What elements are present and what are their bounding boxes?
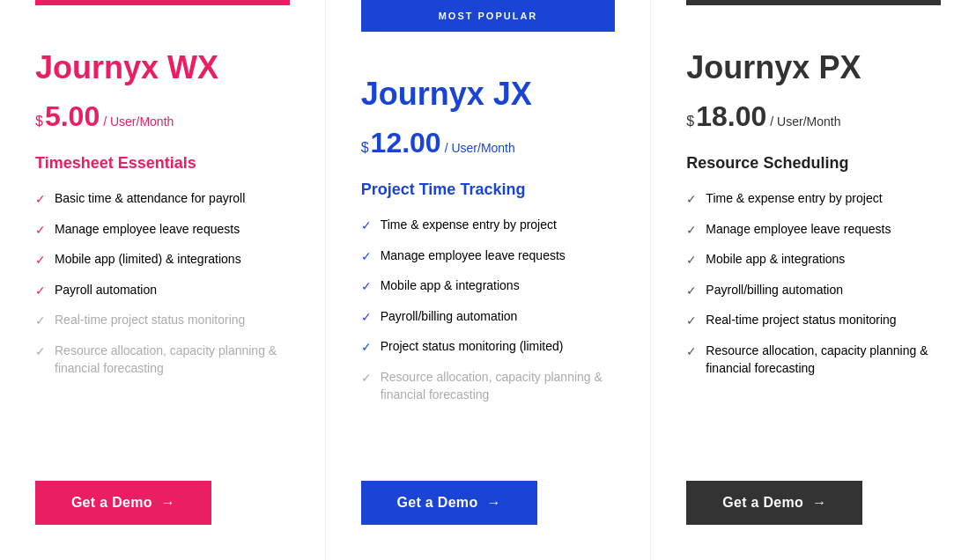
- check-icon: ✓: [35, 252, 46, 269]
- feature-text: Mobile app (limited) & integrations: [55, 251, 241, 269]
- feature-item: ✓ Real-time project status monitoring: [686, 312, 941, 330]
- demo-button[interactable]: Get a Demo →: [686, 481, 862, 525]
- price-dollar: $: [361, 140, 369, 156]
- feature-item: ✓ Time & expense entry by project: [361, 217, 616, 235]
- demo-button-label: Get a Demo: [71, 495, 152, 511]
- feature-item: ✓ Project status monitoring (limited): [361, 338, 616, 357]
- plan-name: Journyx PX: [686, 49, 941, 86]
- check-icon: ✓: [686, 283, 697, 300]
- price-amount: 12.00: [371, 127, 441, 159]
- demo-button-arrow: →: [161, 495, 175, 511]
- feature-item: ✓ Basic time & attendance for payroll: [35, 190, 290, 209]
- feature-text: Project status monitoring (limited): [381, 338, 564, 356]
- price-row: $ 5.00 / User/Month: [35, 100, 290, 133]
- feature-item: ✓ Mobile app & integrations: [686, 251, 941, 269]
- price-dollar: $: [35, 114, 43, 129]
- price-amount: 18.00: [696, 100, 766, 133]
- demo-button-arrow: →: [812, 495, 826, 511]
- check-icon: ✓: [35, 343, 46, 361]
- check-icon: ✓: [361, 370, 372, 387]
- price-row: $ 12.00 / User/Month: [361, 127, 616, 159]
- plan-category: Project Time Tracking: [361, 181, 616, 199]
- feature-item: ✓ Real-time project status monitoring: [35, 312, 290, 330]
- check-icon: ✓: [686, 343, 697, 361]
- feature-item: ✓ Payroll/billing automation: [361, 308, 616, 327]
- feature-text: Manage employee leave requests: [381, 247, 566, 265]
- feature-text: Manage employee leave requests: [706, 221, 891, 239]
- check-icon: ✓: [361, 309, 372, 327]
- feature-text: Real-time project status monitoring: [706, 312, 896, 329]
- feature-item: ✓ Payroll/billing automation: [686, 282, 941, 300]
- plan-name: Journyx JX: [361, 76, 616, 113]
- top-bar: [35, 0, 290, 5]
- check-icon: ✓: [35, 313, 46, 330]
- price-amount: 5.00: [45, 100, 100, 133]
- feature-text: Time & expense entry by project: [706, 190, 882, 208]
- price-period: / User/Month: [445, 141, 515, 155]
- feature-item: ✓ Manage employee leave requests: [361, 247, 616, 266]
- feature-item: ✓ Time & expense entry by project: [686, 190, 941, 209]
- feature-text: Payroll automation: [55, 282, 157, 299]
- demo-button-arrow: →: [486, 495, 500, 511]
- feature-text: Basic time & attendance for payroll: [55, 190, 245, 208]
- feature-item: ✓ Resource allocation, capacity planning…: [361, 369, 616, 403]
- pricing-container: Journyx WX $ 5.00 / User/Month Timesheet…: [0, 0, 976, 560]
- check-icon: ✓: [35, 222, 46, 239]
- check-icon: ✓: [361, 339, 372, 357]
- feature-item: ✓ Resource allocation, capacity planning…: [686, 343, 941, 377]
- check-icon: ✓: [361, 248, 372, 266]
- feature-text: Mobile app & integrations: [381, 277, 520, 295]
- features-list: ✓ Time & expense entry by project ✓ Mana…: [361, 217, 616, 446]
- demo-button-label: Get a Demo: [722, 495, 803, 511]
- feature-text: Payroll/billing automation: [381, 308, 518, 326]
- feature-item: ✓ Manage employee leave requests: [686, 221, 941, 239]
- feature-item: ✓ Mobile app (limited) & integrations: [35, 251, 290, 269]
- popular-banner: MOST POPULAR: [361, 0, 616, 32]
- feature-text: Time & expense entry by project: [381, 217, 557, 234]
- price-dollar: $: [686, 114, 694, 129]
- price-period: / User/Month: [103, 114, 174, 129]
- feature-item: ✓ Resource allocation, capacity planning…: [35, 343, 290, 377]
- feature-text: Real-time project status monitoring: [55, 312, 245, 329]
- plan-card-jx: MOST POPULAR Journyx JX $ 12.00 / User/M…: [326, 0, 652, 560]
- feature-text: Payroll/billing automation: [706, 282, 843, 299]
- demo-button[interactable]: Get a Demo →: [35, 481, 211, 525]
- plan-card-wx: Journyx WX $ 5.00 / User/Month Timesheet…: [0, 0, 326, 560]
- check-icon: ✓: [361, 278, 372, 296]
- check-icon: ✓: [35, 191, 46, 209]
- check-icon: ✓: [686, 252, 697, 269]
- demo-button-label: Get a Demo: [397, 495, 478, 511]
- feature-text: Mobile app & integrations: [706, 251, 845, 269]
- check-icon: ✓: [686, 313, 697, 330]
- price-row: $ 18.00 / User/Month: [686, 100, 941, 133]
- price-period: / User/Month: [770, 114, 840, 129]
- plan-name: Journyx WX: [35, 49, 290, 86]
- check-icon: ✓: [686, 191, 697, 209]
- features-list: ✓ Time & expense entry by project ✓ Mana…: [686, 190, 941, 446]
- check-icon: ✓: [686, 222, 697, 239]
- feature-text: Resource allocation, capacity planning &…: [706, 343, 941, 377]
- check-icon: ✓: [361, 217, 372, 235]
- feature-item: ✓ Mobile app & integrations: [361, 277, 616, 296]
- plan-card-px: Journyx PX $ 18.00 / User/Month Resource…: [651, 0, 976, 560]
- plan-category: Resource Scheduling: [686, 154, 941, 173]
- feature-text: Manage employee leave requests: [55, 221, 240, 239]
- feature-item: ✓ Payroll automation: [35, 282, 290, 300]
- top-bar: [686, 0, 941, 5]
- check-icon: ✓: [35, 283, 46, 300]
- demo-button[interactable]: Get a Demo →: [361, 481, 537, 525]
- features-list: ✓ Basic time & attendance for payroll ✓ …: [35, 190, 290, 446]
- feature-text: Resource allocation, capacity planning &…: [381, 369, 616, 403]
- feature-item: ✓ Manage employee leave requests: [35, 221, 290, 239]
- plan-category: Timesheet Essentials: [35, 154, 290, 173]
- feature-text: Resource allocation, capacity planning &…: [55, 343, 290, 377]
